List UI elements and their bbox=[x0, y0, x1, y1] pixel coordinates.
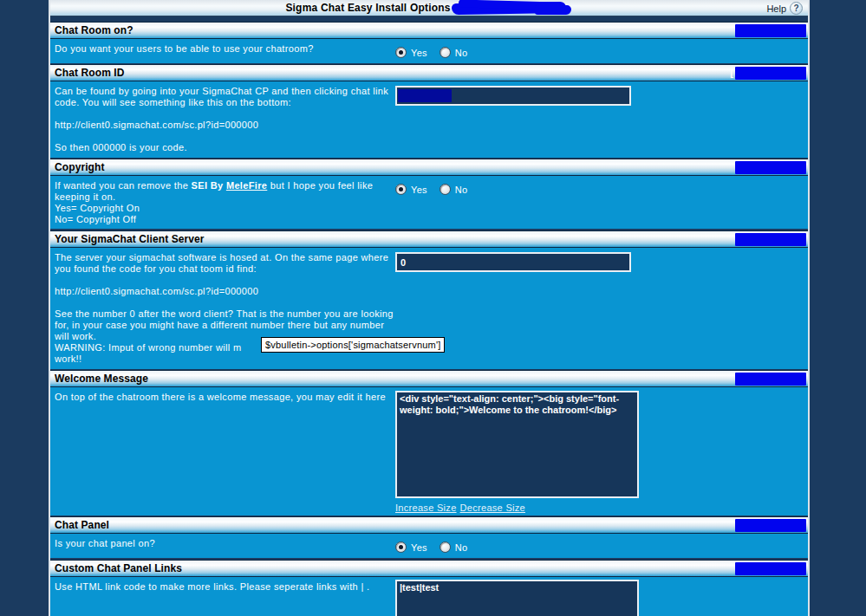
row-description: On top of the chatroom there is a welcom… bbox=[50, 387, 394, 406]
chat-panel-radio-group: Yes No bbox=[395, 541, 808, 553]
row-control bbox=[394, 81, 808, 106]
textarea-size-links: Increase SizeDecrease Size bbox=[395, 503, 808, 513]
censored-scribble bbox=[735, 562, 806, 575]
increase-size-link[interactable]: Increase Size bbox=[395, 503, 457, 513]
censored-scribble bbox=[735, 233, 806, 246]
section-title: Welcome Message bbox=[50, 373, 148, 385]
help-area: Help ? bbox=[766, 0, 803, 16]
row-description: If wanted you can remove the SEI By Mele… bbox=[50, 176, 394, 229]
section-title: Chat Room ID bbox=[50, 67, 125, 79]
censored-scribble bbox=[735, 67, 806, 80]
row-welcome-message: On top of the chatroom there is a welcom… bbox=[50, 387, 808, 515]
row-custom-links: Use HTML link code to make more links. P… bbox=[50, 577, 808, 616]
decrease-size-link[interactable]: Decrease Size bbox=[460, 503, 525, 513]
censored-link-bracket: [ bbox=[730, 68, 733, 78]
radio-yes[interactable] bbox=[395, 184, 407, 195]
section-title: Copyright bbox=[50, 161, 105, 173]
section-title: Chat Panel bbox=[50, 519, 109, 531]
censored-scribble bbox=[735, 519, 806, 532]
screen: Sigma Chat Easy Install Options Help ? C… bbox=[0, 0, 866, 616]
row-description: Do you want your users to be able to use… bbox=[50, 39, 394, 58]
radio-no-label: No bbox=[455, 48, 468, 58]
censored-scribble bbox=[735, 373, 806, 386]
row-control: Yes No bbox=[394, 176, 808, 195]
radio-no[interactable] bbox=[440, 47, 451, 58]
row-control: Increase SizeDecrease Size bbox=[394, 387, 808, 513]
row-chat-room-id: Can be found by going into your SigmaCha… bbox=[50, 81, 808, 158]
help-link[interactable]: Help bbox=[766, 3, 786, 14]
censored-scribble bbox=[735, 161, 806, 174]
section-header-chat-panel: Chat Panel bbox=[50, 516, 808, 534]
radio-yes-label: Yes bbox=[411, 48, 427, 58]
row-description: Use HTML link code to make more links. P… bbox=[50, 577, 394, 596]
warning-text-continued: work!! bbox=[55, 353, 394, 365]
censored-scribble bbox=[735, 24, 806, 37]
custom-links-textarea[interactable] bbox=[395, 580, 639, 616]
page-title: Sigma Chat Easy Install Options bbox=[285, 0, 450, 16]
radio-yes[interactable] bbox=[395, 541, 407, 553]
row-control: Yes No bbox=[394, 39, 808, 58]
section-title: Chat Room on? bbox=[50, 24, 133, 36]
section-header-copyright: Copyright bbox=[50, 159, 808, 176]
server-number-input[interactable] bbox=[395, 252, 631, 272]
chatroom-on-radio-group: Yes No bbox=[395, 47, 808, 58]
copyright-radio-group: Yes No bbox=[395, 184, 808, 195]
radio-no[interactable] bbox=[440, 541, 451, 553]
copyright-text-before: If wanted you can remove the bbox=[55, 180, 192, 191]
option-varname-tooltip: $vbulletin->options['sigmachatservnum'] bbox=[261, 337, 445, 353]
row-chat-room-on: Do you want your users to be able to use… bbox=[50, 39, 808, 63]
censored-scribble bbox=[452, 1, 573, 16]
title-bar: Sigma Chat Easy Install Options Help ? bbox=[50, 0, 808, 16]
row-copyright: If wanted you can remove the SEI By Mele… bbox=[50, 176, 808, 229]
radio-no-label: No bbox=[455, 542, 468, 553]
row-control: Yes No bbox=[394, 534, 808, 553]
section-header-chat-room-on: Chat Room on? bbox=[50, 22, 808, 39]
row-description: Is your chat panel on? bbox=[50, 534, 394, 553]
copyright-yes-note: Yes= Copyright On bbox=[55, 203, 394, 214]
radio-yes[interactable] bbox=[395, 47, 407, 58]
row-control bbox=[394, 577, 808, 616]
section-header-custom-links: Custom Chat Panel Links bbox=[50, 560, 808, 577]
section-header-welcome-message: Welcome Message bbox=[50, 370, 808, 387]
welcome-message-textarea[interactable] bbox=[395, 391, 639, 498]
row-description: Can be found by going into your SigmaCha… bbox=[50, 81, 394, 157]
melefire-link[interactable]: MeleFire bbox=[226, 180, 267, 191]
section-title: Your SigmaChat Client Server bbox=[50, 233, 205, 245]
copyright-bold-text: SEI By bbox=[192, 180, 224, 191]
radio-no-label: No bbox=[455, 185, 468, 195]
censored-scribble bbox=[398, 89, 452, 102]
section-header-client-server: Your SigmaChat Client Server bbox=[50, 230, 808, 248]
radio-yes-label: Yes bbox=[411, 542, 427, 553]
radio-no[interactable] bbox=[440, 184, 451, 195]
help-question-icon[interactable]: ? bbox=[790, 2, 803, 15]
row-chat-panel: Is your chat panel on? Yes No bbox=[50, 534, 808, 558]
section-header-chat-room-id: Chat Room ID [ bbox=[50, 64, 808, 81]
radio-yes-label: Yes bbox=[411, 185, 427, 195]
section-title: Custom Chat Panel Links bbox=[50, 562, 182, 574]
row-control bbox=[394, 248, 808, 272]
settings-panel: Sigma Chat Easy Install Options Help ? C… bbox=[49, 0, 810, 616]
copyright-no-note: No= Copyright Off bbox=[55, 214, 394, 225]
